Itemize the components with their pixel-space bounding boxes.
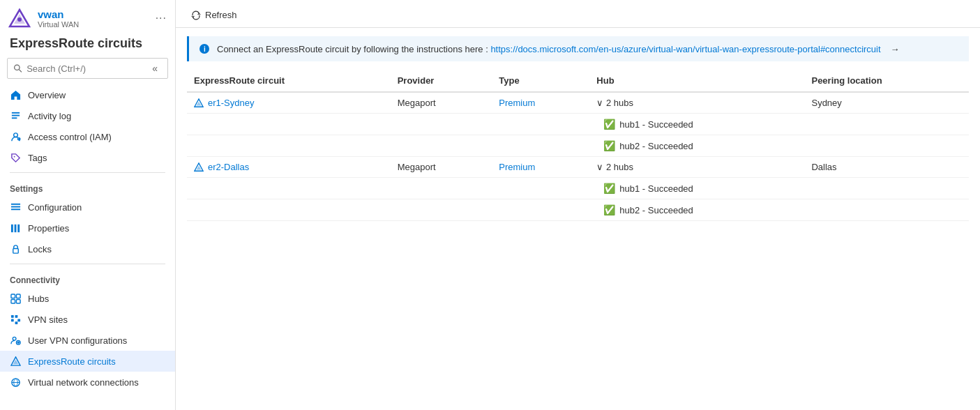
access-control-label: Access control (IAM)	[28, 132, 112, 142]
svg-text:i: i	[204, 45, 206, 53]
empty-cell	[804, 199, 969, 221]
divider-settings	[10, 172, 165, 173]
svg-rect-22	[16, 299, 20, 303]
empty-cell	[492, 178, 589, 199]
sidebar-item-hubs[interactable]: Hubs	[0, 288, 175, 309]
app-title-group: vwan Virtual WAN	[38, 8, 149, 29]
expressroute-icon	[10, 356, 21, 367]
hub-detail-cell: ✅ hub1 - Succeeded	[589, 178, 804, 199]
overview-label: Overview	[28, 90, 66, 100]
circuit-link[interactable]: er1-Sydney	[194, 98, 384, 108]
type-badge: Premium	[499, 162, 535, 172]
col-type: Type	[492, 70, 589, 92]
hub-detail-cell: ✅ hub1 - Succeeded	[589, 114, 804, 135]
vpn-sites-label: VPN sites	[28, 314, 68, 325]
sidebar-item-activity-log[interactable]: Activity log	[0, 105, 175, 126]
circuit-cell: er1-Sydney	[187, 92, 391, 114]
search-icon	[13, 63, 22, 73]
col-provider: Provider	[391, 70, 492, 92]
empty-cell	[391, 199, 492, 221]
hub-status: ✅ hub1 - Succeeded	[596, 119, 797, 130]
hub-name: hub2 - Succeeded	[619, 205, 693, 215]
sidebar-item-tags[interactable]: Tags	[0, 147, 175, 168]
activity-log-label: Activity log	[28, 111, 71, 121]
collapse-button[interactable]: «	[148, 61, 162, 75]
circuit-icon	[194, 162, 204, 172]
divider-connectivity	[10, 264, 165, 264]
svg-rect-18	[13, 248, 18, 253]
type-cell: Premium	[492, 92, 589, 114]
svg-rect-25	[17, 319, 20, 321]
circuit-link[interactable]: er2-Dallas	[194, 162, 384, 172]
sidebar-item-access-control[interactable]: ! Access control (IAM)	[0, 126, 175, 147]
refresh-button[interactable]: Refresh	[187, 7, 241, 23]
sidebar: vwan Virtual WAN ··· ExpressRoute circui…	[0, 0, 176, 410]
svg-point-8	[13, 132, 17, 137]
empty-cell	[804, 178, 969, 199]
info-icon: i	[199, 43, 210, 54]
svg-rect-6	[11, 114, 19, 116]
sidebar-item-overview[interactable]: Overview	[0, 84, 175, 105]
hub-expand[interactable]: ∨ 2 hubs	[596, 162, 797, 172]
vpn-sites-icon	[10, 314, 21, 325]
empty-cell	[804, 114, 969, 135]
hub-status: ✅ hub2 - Succeeded	[596, 204, 797, 215]
search-box[interactable]: «	[7, 58, 168, 79]
empty-cell	[187, 178, 391, 199]
arrow-icon: →	[891, 44, 900, 54]
settings-section-label: Settings	[0, 177, 175, 197]
expressroute-label: ExpressRoute circuits	[28, 356, 116, 367]
info-banner: i Connect an ExpressRoute circuit by fol…	[187, 36, 969, 61]
hub-expand[interactable]: ∨ 2 hubs	[596, 98, 797, 108]
sidebar-item-user-vpn[interactable]: User VPN configurations	[0, 330, 175, 351]
hub-detail-cell: ✅ hub2 - Succeeded	[589, 135, 804, 157]
user-vpn-label: User VPN configurations	[28, 335, 127, 346]
svg-rect-7	[11, 117, 17, 119]
refresh-label: Refresh	[205, 10, 237, 20]
col-peering: Peering location	[804, 70, 969, 92]
sidebar-item-vpn-sites[interactable]: VPN sites	[0, 309, 175, 330]
banner-link[interactable]: https://docs.microsoft.com/en-us/azure/v…	[490, 44, 880, 54]
svg-rect-27	[15, 321, 17, 324]
home-icon	[10, 89, 21, 100]
col-circuit: ExpressRoute circuit	[187, 70, 391, 92]
person-badge-icon: !	[10, 131, 21, 142]
nav-section: Overview Activity log ! Access control (…	[0, 84, 175, 168]
svg-rect-5	[11, 112, 19, 113]
svg-point-11	[13, 155, 15, 157]
hub-detail-row: ✅ hub1 - Succeeded	[187, 178, 969, 199]
app-name: vwan	[38, 8, 149, 20]
svg-rect-21	[10, 299, 15, 303]
empty-cell	[492, 199, 589, 221]
svg-rect-20	[16, 294, 20, 298]
sidebar-item-properties[interactable]: Properties	[0, 218, 175, 238]
locks-label: Locks	[28, 244, 52, 255]
app-subtitle: Virtual WAN	[38, 20, 149, 29]
list-icon	[10, 110, 21, 121]
svg-rect-23	[10, 314, 13, 317]
peering-cell: Dallas	[804, 157, 969, 178]
table-header-row: ExpressRoute circuit Provider Type Hub P…	[187, 70, 969, 92]
hub-name: hub1 - Succeeded	[619, 183, 693, 194]
svg-rect-12	[10, 203, 20, 204]
search-input[interactable]	[27, 63, 144, 74]
success-icon: ✅	[603, 119, 615, 130]
svg-point-2	[17, 17, 22, 22]
table-container: ExpressRoute circuit Provider Type Hub P…	[176, 70, 980, 410]
hub-status: ✅ hub2 - Succeeded	[596, 140, 797, 151]
banner-text: Connect an ExpressRoute circuit by follo…	[217, 44, 881, 54]
hub-cell: ∨ 2 hubs	[589, 157, 804, 178]
sidebar-item-expressroute[interactable]: ExpressRoute circuits	[0, 351, 175, 372]
empty-cell	[187, 114, 391, 135]
hub-detail-cell: ✅ hub2 - Succeeded	[589, 199, 804, 221]
tag-icon	[10, 152, 21, 163]
svg-rect-24	[15, 314, 17, 317]
hubs-icon	[10, 293, 21, 304]
more-options-icon[interactable]: ···	[156, 12, 167, 24]
sidebar-item-configuration[interactable]: Configuration	[0, 197, 175, 218]
peering-cell: Sydney	[804, 92, 969, 114]
svg-rect-16	[14, 224, 16, 231]
lock-icon	[10, 243, 21, 255]
sidebar-item-vnet-connections[interactable]: Virtual network connections	[0, 372, 175, 393]
sidebar-item-locks[interactable]: Locks	[0, 238, 175, 259]
